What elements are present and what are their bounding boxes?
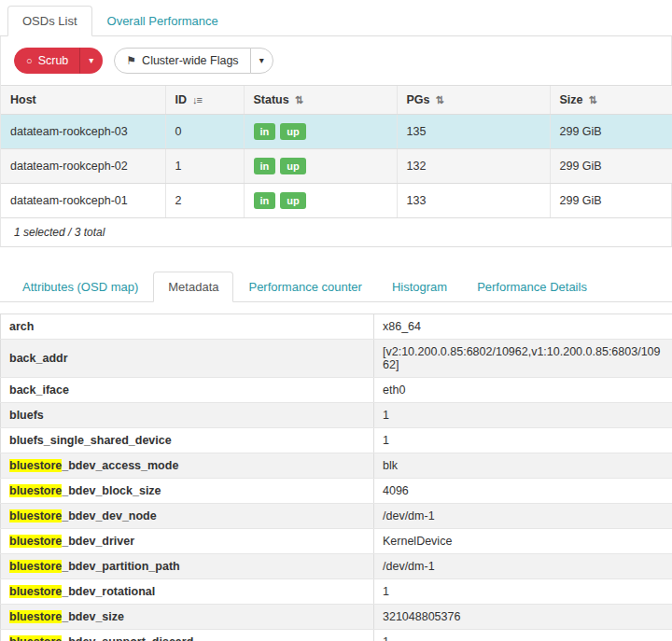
metadata-key: bluestore_bdev_access_mode	[1, 453, 374, 479]
metadata-value: /dev/dm-1	[374, 554, 672, 579]
size-cell: 299 GiB	[550, 149, 672, 184]
id-cell: 0	[165, 115, 244, 149]
id-cell: 2	[165, 184, 244, 218]
metadata-value: eth0	[374, 378, 672, 403]
caret-down-icon: ▾	[89, 53, 93, 68]
osd-dashboard-page: OSDs ListOverall Performance ○ Scrub ▾ ⚑…	[0, 0, 672, 641]
metadata-row-bluestore-bdev-driver: bluestore_bdev_driverKernelDevice	[1, 529, 672, 554]
column-header-size[interactable]: Size⇅	[550, 86, 672, 115]
metadata-key: bluestore_bdev_driver	[1, 529, 374, 554]
column-label: Size	[560, 93, 583, 106]
metadata-value: KernelDevice	[374, 529, 672, 554]
osd-row-datateam-rookceph-02[interactable]: datateam-rookceph-021inup132299 GiB	[1, 149, 672, 184]
metadata-key: back_iface	[1, 378, 374, 403]
metadata-value: [v2:10.200.0.85:6802/10962,v1:10.200.0.8…	[374, 340, 672, 378]
scrub-split-button: ○ Scrub ▾	[14, 48, 103, 74]
selection-summary: 1 selected / 3 total	[1, 218, 671, 246]
tab-osds-list[interactable]: OSDs List	[7, 6, 92, 36]
metadata-key: bluestore_bdev_dev_node	[1, 504, 374, 529]
cluster-wide-flags-split-button: ⚑ Cluster-wide Flags ▾	[114, 48, 273, 74]
tab-overall-performance[interactable]: Overall Performance	[92, 6, 233, 36]
metadata-value: 321048805376	[374, 605, 672, 630]
cluster-wide-flags-button[interactable]: ⚑ Cluster-wide Flags	[114, 48, 250, 74]
sort-toggle-icon: ⇅	[436, 94, 444, 105]
top-tab-bar: OSDs ListOverall Performance	[0, 0, 672, 36]
metadata-row-bluefs: bluefs1	[1, 403, 672, 428]
column-header-status[interactable]: Status⇅	[244, 86, 397, 115]
metadata-table: archx86_64back_addr[v2:10.200.0.85:6802/…	[0, 314, 672, 641]
metadata-row-bluestore-bdev-block-size: bluestore_bdev_block_size4096	[1, 479, 672, 504]
osd-row-datateam-rookceph-01[interactable]: datateam-rookceph-012inup133299 GiB	[1, 184, 672, 218]
scrub-button[interactable]: ○ Scrub	[14, 48, 80, 74]
status-badge-in: in	[254, 192, 276, 209]
metadata-value: 1	[374, 579, 672, 605]
cluster-wide-flags-label: Cluster-wide Flags	[142, 53, 239, 68]
metadata-key: bluefs_single_shared_device	[1, 428, 374, 453]
metadata-value: 1	[374, 428, 672, 453]
metadata-row-bluestore-bdev-dev-node: bluestore_bdev_dev_node/dev/dm-1	[1, 504, 672, 529]
pgs-cell: 133	[397, 184, 550, 218]
flag-icon: ⚑	[126, 53, 136, 68]
status-badge-up: up	[280, 192, 305, 209]
search-highlight: bluestore	[9, 610, 62, 623]
search-highlight: bluestore	[9, 560, 62, 573]
osd-table: HostID↓≡Status⇅PGs⇅Size⇅ datateam-rookce…	[1, 85, 672, 218]
column-label: ID	[175, 93, 188, 106]
status-badge-up: up	[280, 123, 305, 140]
column-label: Host	[10, 93, 36, 106]
status-badge-up: up	[280, 158, 305, 174]
search-highlight: bluestore	[9, 484, 62, 497]
sort-amount-down-icon: ↓≡	[192, 94, 202, 105]
search-highlight: bluestore	[9, 509, 62, 523]
detail-tab-performance-counter[interactable]: Performance counter	[233, 272, 376, 302]
search-highlight: bluestore	[9, 535, 62, 548]
host-cell: datateam-rookceph-01	[1, 184, 165, 218]
metadata-key: bluefs	[1, 403, 374, 428]
column-label: Status	[254, 93, 289, 106]
metadata-row-bluestore-bdev-size: bluestore_bdev_size321048805376	[1, 605, 672, 630]
metadata-value: x86_64	[374, 314, 672, 340]
search-highlight: bluestore	[9, 585, 62, 598]
osd-toolbar: ○ Scrub ▾ ⚑ Cluster-wide Flags ▾	[1, 36, 671, 85]
column-header-id[interactable]: ID↓≡	[165, 86, 244, 115]
status-cell: inup	[244, 115, 397, 149]
detail-tab-histogram[interactable]: Histogram	[377, 272, 462, 302]
search-highlight: bluestore	[9, 459, 62, 472]
metadata-row-bluestore-bdev-support-discard: bluestore_bdev_support_discard1	[1, 630, 672, 641]
metadata-key: back_addr	[1, 340, 374, 378]
status-cell: inup	[244, 184, 397, 218]
detail-tab-attributes-osd-map[interactable]: Attributes (OSD map)	[7, 272, 153, 302]
metadata-value: 1	[374, 403, 672, 428]
metadata-row-bluestore-bdev-access-mode: bluestore_bdev_access_modeblk	[1, 453, 672, 479]
metadata-row-back-addr: back_addr[v2:10.200.0.85:6802/10962,v1:1…	[1, 340, 672, 378]
column-header-pgs[interactable]: PGs⇅	[397, 86, 550, 115]
metadata-value: /dev/dm-1	[374, 504, 672, 529]
search-highlight: bluestore	[9, 635, 62, 641]
metadata-row-back-iface: back_ifaceeth0	[1, 378, 672, 403]
flags-dropdown-toggle[interactable]: ▾	[250, 48, 273, 74]
metadata-key: bluestore_bdev_rotational	[1, 579, 374, 605]
osd-row-datateam-rookceph-03[interactable]: datateam-rookceph-030inup135299 GiB	[1, 115, 672, 149]
metadata-row-bluefs-single-shared-device: bluefs_single_shared_device1	[1, 428, 672, 453]
metadata-row-arch: archx86_64	[1, 314, 672, 340]
pgs-cell: 132	[397, 149, 550, 184]
metadata-row-bluestore-bdev-partition-path: bluestore_bdev_partition_path/dev/dm-1	[1, 554, 672, 579]
scrub-button-label: Scrub	[38, 53, 69, 68]
sort-toggle-icon: ⇅	[295, 94, 303, 105]
scrub-icon: ○	[26, 56, 33, 66]
detail-tab-bar: Attributes (OSD map)MetadataPerformance …	[0, 266, 672, 302]
host-cell: datateam-rookceph-03	[1, 115, 165, 149]
column-header-host[interactable]: Host	[1, 86, 165, 115]
metadata-key: bluestore_bdev_partition_path	[1, 554, 374, 579]
column-label: PGs	[407, 93, 430, 106]
detail-tab-metadata[interactable]: Metadata	[153, 272, 233, 302]
metadata-key: bluestore_bdev_support_discard	[1, 630, 374, 641]
sort-toggle-icon: ⇅	[589, 94, 597, 105]
metadata-value: 4096	[374, 479, 672, 504]
detail-tab-performance-details[interactable]: Performance Details	[462, 272, 602, 302]
scrub-dropdown-toggle[interactable]: ▾	[79, 48, 103, 74]
status-badge-in: in	[254, 123, 276, 140]
osd-table-header-row: HostID↓≡Status⇅PGs⇅Size⇅	[1, 86, 672, 115]
size-cell: 299 GiB	[550, 184, 672, 218]
metadata-value: blk	[374, 453, 672, 479]
